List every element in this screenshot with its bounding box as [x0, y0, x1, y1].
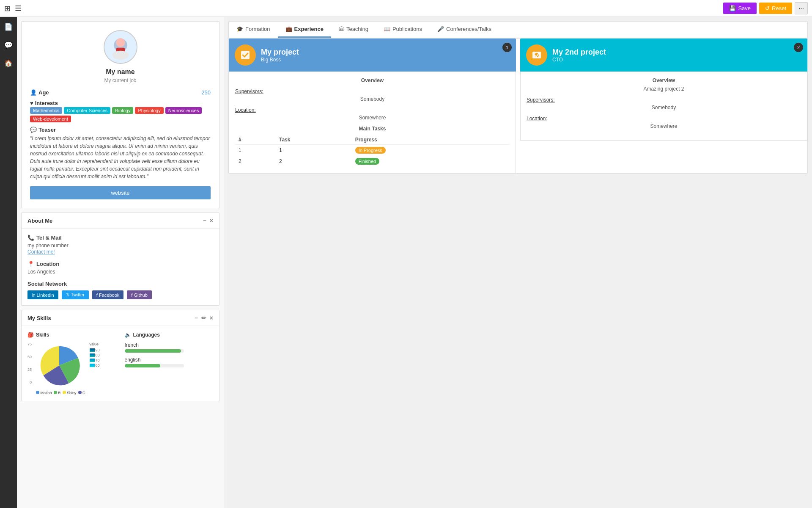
teaching-icon: 🏛 — [339, 26, 344, 32]
close-button[interactable]: × — [210, 217, 213, 224]
interest-tag: Web-develoment — [30, 116, 71, 122]
overview-label-1: Overview — [235, 77, 510, 83]
project-subtitle-1: Big Boss — [261, 57, 299, 63]
github-button[interactable]: f Github — [127, 290, 152, 299]
location-label: 📍 Location — [27, 261, 213, 267]
location-label-1: Location: — [235, 107, 510, 113]
projects-row: My project Big Boss 1 Overview Superviso… — [229, 39, 807, 173]
website-button[interactable]: website — [30, 186, 211, 199]
progress-badge: Finished — [355, 158, 380, 165]
lang-bar — [125, 364, 160, 367]
interest-tag: Neurosciences — [165, 107, 202, 114]
skills-label: 🎒 Skills — [27, 332, 116, 338]
minimize-button[interactable]: − — [203, 217, 206, 224]
skills-close-button[interactable]: × — [210, 315, 213, 321]
table-row: 2 2 Finished — [235, 156, 510, 167]
teaser-label: 💬 Teaser — [30, 127, 211, 133]
project-info-1: My project Big Boss — [261, 48, 299, 63]
share-icon[interactable]: ⋯ — [795, 2, 808, 14]
profile-job: My current job — [30, 77, 211, 83]
project-badge-2: 2 — [794, 43, 803, 52]
teaser-text: "Lorem ipsum dolor sit amet, consectetur… — [30, 135, 211, 180]
lang-bar — [125, 349, 181, 353]
reset-button[interactable]: ↺ Reset — [759, 3, 792, 14]
project-title-2: My 2nd project — [552, 48, 606, 57]
sidenav-icon-1[interactable]: 📄 — [3, 21, 14, 33]
project-header-1: My project Big Boss 1 — [229, 39, 516, 72]
tab-formation[interactable]: 🎓 Formation — [229, 22, 278, 38]
col-task: Task — [276, 135, 352, 145]
tab-publications[interactable]: 📖 Publications — [376, 22, 430, 38]
supervisors-label-1: Supervisors: — [235, 88, 510, 94]
formation-icon: 🎓 — [236, 26, 243, 32]
supervisors-1: Supervisors: Somebody — [235, 88, 510, 102]
twitter-button[interactable]: 𝕏 Twitter — [62, 290, 89, 299]
tab-teaching[interactable]: 🏛 Teaching — [331, 22, 376, 38]
topbar-right: 💾 Save ↺ Reset ⋯ — [723, 2, 808, 14]
location-section: 📍 Location Los Angeles — [27, 261, 213, 275]
col-progress: Progress — [352, 135, 510, 145]
chart-value-legend: value 90 80 70 60 — [90, 342, 100, 367]
project-card-1: My project Big Boss 1 Overview Superviso… — [229, 39, 516, 173]
facebook-button[interactable]: f Facebook — [92, 290, 123, 299]
conferences-icon: 🎤 — [437, 26, 444, 32]
project-title-1: My project — [261, 48, 299, 57]
interests-list: MathematicsComputer SciencesBiologyPhysi… — [30, 107, 211, 122]
location-icon: 📍 — [27, 261, 34, 267]
lang-label: french — [125, 342, 214, 348]
contact-link[interactable]: Contact me! — [27, 249, 55, 255]
avatar — [104, 30, 137, 64]
progress-badge: In Progress — [355, 147, 386, 154]
tel-section: 📞 Tel & Mail my phone number Contact me! — [27, 235, 213, 255]
skills-card-actions: − ✏ × — [195, 315, 213, 321]
social-label: Social Network — [27, 281, 213, 287]
project-icon-1 — [235, 44, 256, 66]
svg-point-1 — [116, 38, 125, 47]
location-2: Location: Somewhere — [527, 116, 801, 129]
task-num: 2 — [235, 156, 276, 167]
task-name: 1 — [276, 145, 352, 156]
interests-label: ♥ Interests — [30, 100, 211, 106]
tab-conferences[interactable]: 🎤 Conferences/Talks — [430, 22, 499, 38]
menu-icon[interactable]: ☰ — [15, 4, 22, 13]
svg-point-3 — [112, 51, 129, 60]
project-info-2: My 2nd project CTO — [552, 48, 606, 63]
overview-2: Overview Amazing project 2 — [527, 77, 801, 92]
supervisors-2: Supervisors: Somebody — [527, 97, 801, 110]
location-val-1: Somewhere — [235, 115, 510, 121]
sidenav-icon-2[interactable]: 💬 — [3, 39, 14, 51]
skills-minimize-button[interactable]: − — [195, 315, 198, 321]
task-name: 2 — [276, 156, 352, 167]
interest-tag: Computer Sciences — [64, 107, 110, 114]
social-section: Social Network in Linkedin 𝕏 Twitter f F… — [27, 281, 213, 299]
overview-label-2: Overview — [527, 77, 801, 83]
supervisors-label-2: Supervisors: — [527, 97, 801, 103]
project-icon-2 — [526, 44, 547, 66]
project-header-2: My 2nd project CTO 2 — [520, 39, 807, 72]
heart-icon: ♥ — [30, 100, 33, 106]
interest-tag: Biology — [112, 107, 133, 114]
linkedin-button[interactable]: in Linkedin — [27, 290, 58, 299]
skills-icon: 🎒 — [27, 332, 34, 338]
grid-icon[interactable]: ⊞ — [4, 4, 11, 13]
language-item: english — [125, 357, 214, 367]
location-value: Los Angeles — [27, 269, 213, 275]
col-hash: # — [235, 135, 276, 145]
experience-icon: 💼 — [285, 26, 292, 32]
location-val-2: Somewhere — [527, 123, 801, 129]
tabs-bar: 🎓 Formation 💼 Experience 🏛 Teaching 📖 Pu… — [229, 22, 807, 39]
tab-experience[interactable]: 💼 Experience — [278, 22, 331, 38]
save-button[interactable]: 💾 Save — [723, 3, 757, 14]
y-axis: 75 50 25 0 — [27, 342, 33, 384]
task-progress: Finished — [352, 156, 510, 167]
about-card-body: 📞 Tel & Mail my phone number Contact me!… — [22, 229, 219, 305]
age-icon: 👤 — [30, 89, 37, 96]
about-card-header: About Me − × — [22, 213, 219, 229]
project-details-1: Overview Supervisors: Somebody Location:… — [229, 72, 516, 173]
profile-card: My name My current job 👤 Age 250 ♥ Inter… — [21, 21, 219, 208]
about-card-actions: − × — [203, 217, 213, 224]
tabs-wrapper: 🎓 Formation 💼 Experience 🏛 Teaching 📖 Pu… — [228, 21, 808, 174]
location-label-2: Location: — [527, 116, 801, 121]
skills-edit-button[interactable]: ✏ — [201, 315, 206, 321]
sidenav-icon-3[interactable]: 🏠 — [3, 58, 14, 69]
